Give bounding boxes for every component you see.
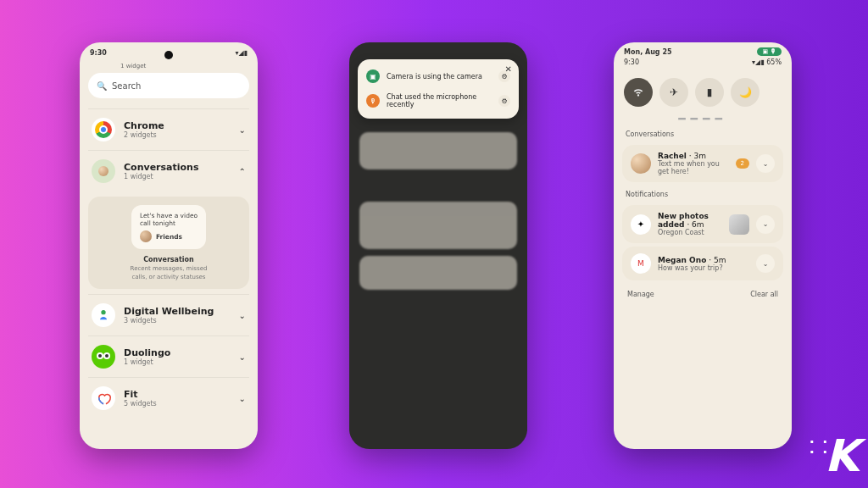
phone-notification-shade: Mon, Aug 25 ▣🎙 9:30 ▾◢▮ 65% ✈ ▮ 🌙 ━━━━ C… <box>614 42 792 449</box>
camera-icon: ▣ <box>762 48 768 55</box>
camera-dot-icon: ▣ <box>366 69 380 83</box>
privacy-alert-camera[interactable]: ▣ Camera is using the camera ⚙ <box>364 64 512 88</box>
widget-app-chrome[interactable]: Chrome 2 widgets ⌄ <box>88 108 249 150</box>
bubble-line1: Let's have a video <box>140 212 198 219</box>
shade-date: Mon, Aug 25 <box>624 48 672 56</box>
notif-body: How was your trip? <box>658 264 749 272</box>
preview-desc2: calls, or activity statuses <box>97 274 241 280</box>
widget-preview-panel: Let's have a video call tonight Friends … <box>88 197 249 289</box>
conversation-notification[interactable]: Rachel · 3m Text me when you get here! 2… <box>622 145 783 182</box>
app-sub: 2 widgets <box>124 131 231 139</box>
fit-icon <box>92 386 115 410</box>
widget-app-conversations[interactable]: Conversations 1 widget ⌃ <box>88 150 249 191</box>
conversation-widget-preview[interactable]: Let's have a video call tonight Friends <box>131 205 206 249</box>
duolingo-icon <box>92 345 115 369</box>
notif-count-badge: 2 <box>736 158 749 169</box>
gear-icon[interactable]: ⚙ <box>498 95 510 107</box>
preview-label: Conversation <box>97 256 241 263</box>
notification-photos[interactable]: ✦ New photos added · 6m Oregon Coast ⌄ <box>622 205 783 243</box>
camera-cutout <box>164 51 173 59</box>
section-notifications: Notifications <box>614 186 792 202</box>
svg-point-0 <box>101 310 105 314</box>
status-icons: ▾◢▮ <box>235 49 248 57</box>
notif-body: Oregon Coast <box>658 229 722 236</box>
shade-dateline: Mon, Aug 25 ▣🎙 <box>624 47 782 56</box>
conversations-icon <box>92 159 115 183</box>
qs-battery[interactable]: ▮ <box>695 78 724 107</box>
chevron-down-icon: ⌄ <box>239 311 246 320</box>
qs-dnd[interactable]: 🌙 <box>731 78 760 107</box>
app-title: Digital Wellbeing <box>124 306 231 317</box>
avatar-icon <box>631 153 651 174</box>
app-sub: 3 widgets <box>124 317 231 324</box>
app-title: Duolingo <box>124 347 231 358</box>
chrome-icon <box>92 118 115 141</box>
chevron-down-icon: ⌄ <box>239 352 246 362</box>
blurred-card <box>359 256 517 290</box>
phone-privacy-alerts: ✕ ▣ Camera is using the camera ⚙ 🎙 Chat … <box>349 42 527 449</box>
clear-all-button[interactable]: Clear all <box>750 291 778 298</box>
app-sub: 1 widget <box>124 358 231 366</box>
search-placeholder: Search <box>112 81 141 91</box>
qs-wifi[interactable] <box>624 78 653 107</box>
app-title: Conversations <box>124 162 231 173</box>
privacy-alert-panel: ✕ ▣ Camera is using the camera ⚙ 🎙 Chat … <box>358 59 519 119</box>
bubble-from: Friends <box>156 233 182 241</box>
privacy-alert-microphone[interactable]: 🎙 Chat used the microphone recently ⚙ <box>364 88 512 114</box>
chevron-down-icon: ⌄ <box>239 394 246 403</box>
alert-text: Chat used the microphone recently <box>387 93 492 108</box>
chevron-up-icon: ⌃ <box>239 167 246 176</box>
brightness-track[interactable]: ━━━━ <box>614 112 792 125</box>
blurred-card <box>359 132 517 169</box>
microphone-dot-icon: 🎙 <box>366 94 380 108</box>
phone-widget-picker: 9:30 ▾◢▮ 1 widget 🔍 Search Chrome 2 widg… <box>80 42 258 449</box>
privacy-pill[interactable]: ▣🎙 <box>757 47 782 56</box>
battery-pct: 65% <box>766 58 782 66</box>
svg-point-3 <box>98 354 102 358</box>
section-conversations: Conversations <box>614 125 792 141</box>
notification-message[interactable]: M Megan Ono · 5m How was your trip? ⌄ <box>622 247 783 280</box>
digital-wellbeing-icon <box>92 303 115 327</box>
status-time: 9:30 <box>90 49 107 57</box>
shade-time: 9:30 <box>624 58 639 66</box>
close-icon[interactable]: ✕ <box>505 64 512 74</box>
watermark-logo: . .. .K <box>825 430 856 481</box>
avatar-icon <box>140 230 152 242</box>
widget-app-duolingo[interactable]: Duolingo 1 widget ⌄ <box>88 336 249 377</box>
search-input[interactable]: 🔍 Search <box>88 73 249 98</box>
manage-button[interactable]: Manage <box>627 291 654 298</box>
chevron-down-icon[interactable]: ⌄ <box>756 215 775 234</box>
search-icon: 🔍 <box>97 81 107 91</box>
quick-settings-row: ✈ ▮ 🌙 <box>614 69 792 112</box>
qs-airplane[interactable]: ✈ <box>659 78 688 107</box>
blurred-card <box>359 202 517 249</box>
app-sub: 1 widget <box>124 173 231 180</box>
photos-icon: ✦ <box>631 214 651 235</box>
app-sub: 5 widgets <box>124 400 231 408</box>
notif-title: New photos added · 6m <box>658 212 722 229</box>
notif-title: Rachel · 3m <box>658 152 729 160</box>
messages-icon: M <box>631 253 651 274</box>
app-title: Chrome <box>124 120 231 131</box>
bubble-line2: call tonight <box>140 219 198 227</box>
widget-app-digital-wellbeing[interactable]: Digital Wellbeing 3 widgets ⌄ <box>88 294 249 336</box>
preview-desc1: Recent messages, missed <box>97 265 241 272</box>
shade-footer: Manage Clear all <box>614 284 792 305</box>
photo-thumbnail <box>729 214 749 235</box>
chevron-down-icon: ⌄ <box>239 125 246 135</box>
notif-body: Text me when you get here! <box>658 160 729 175</box>
shade-timeline: 9:30 ▾◢▮ 65% <box>624 58 782 66</box>
widget-app-fit[interactable]: Fit 5 widgets ⌄ <box>88 377 249 419</box>
app-title: Fit <box>124 389 231 400</box>
status-icons: ▾◢▮ 65% <box>752 58 782 66</box>
notif-title: Megan Ono · 5m <box>658 256 749 264</box>
chevron-down-icon[interactable]: ⌄ <box>756 154 775 173</box>
chevron-down-icon[interactable]: ⌄ <box>756 254 775 273</box>
svg-point-4 <box>105 354 108 358</box>
truncated-item-sub: 1 widget <box>88 63 249 69</box>
alert-text: Camera is using the camera <box>387 73 492 80</box>
mic-icon: 🎙 <box>771 48 776 55</box>
